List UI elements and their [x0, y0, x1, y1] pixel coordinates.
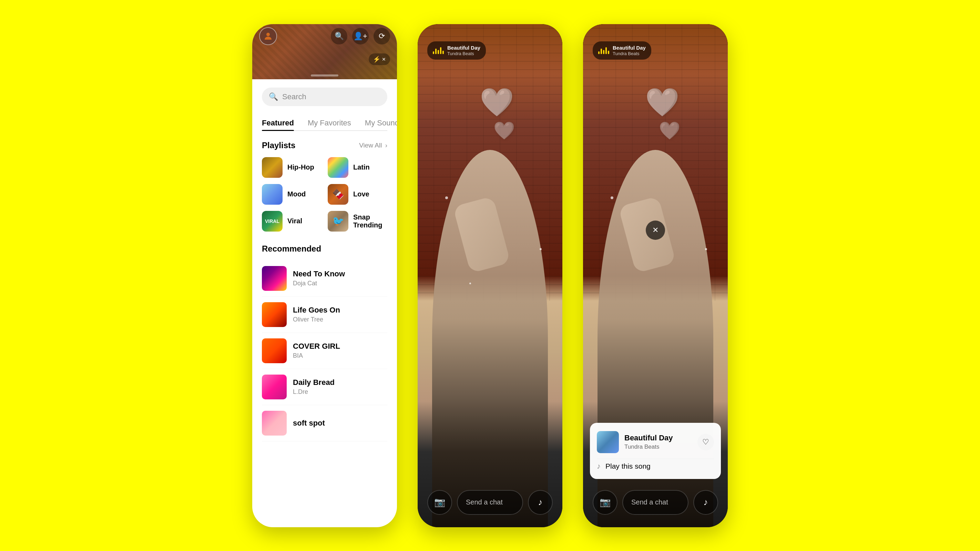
playlist-name-viral: Viral [287, 217, 302, 225]
play-song-label: Play this song [605, 462, 651, 470]
tabs-row: Featured My Favorites My Sounds [262, 116, 387, 131]
tab-my-favorites[interactable]: My Favorites [308, 116, 351, 130]
song-artist-daily-bread: L.Dre [293, 389, 387, 396]
sparkle-5 [705, 248, 707, 250]
music-tag-text: Beautiful Day Tundra Beats [447, 45, 480, 57]
song-detail-panel: Beautiful Day Tundra Beats ♡ ♪ Play this… [590, 423, 721, 479]
song-title-life-goes-on: Life Goes On [293, 306, 387, 315]
recommended-header: Recommended [262, 244, 387, 253]
flash-off-icon: ✕ [382, 57, 386, 62]
playlist-item-latin[interactable]: Latin [328, 157, 387, 178]
song-thumb-life-goes-on [262, 302, 287, 327]
playlist-item-mood[interactable]: Mood [262, 184, 321, 205]
play-song-button[interactable]: ♪ Play this song [597, 459, 714, 471]
camera-flip-btn[interactable]: ⟳ [374, 28, 390, 45]
recommended-section: Recommended Need To Know Doja Cat Life G… [262, 244, 387, 441]
music-search-panel: 🔍 Search Featured My Favorites My Sounds… [252, 79, 397, 441]
playlists-grid: Hip-Hop Latin Mood 🍫 Love VIRAL Viral 🐦 … [262, 157, 387, 232]
playlist-name-snap-trending: Snap Trending [353, 213, 387, 229]
song-title-need-to-know: Need To Know [293, 269, 387, 279]
song-info-need-to-know: Need To Know Doja Cat [293, 269, 387, 287]
playlist-thumb-snap: 🐦 [328, 211, 348, 232]
song-thumb-need-to-know [262, 266, 287, 291]
music-note-icon: ♪ [597, 462, 601, 471]
avatar[interactable] [259, 27, 277, 45]
recommended-title: Recommended [262, 244, 321, 253]
sparkle-3 [469, 283, 471, 284]
phone-music-search: 🔍 👤+ ⟳ ⚡ ✕ 🔍 Search Featured My Favorite… [252, 24, 397, 527]
song-panel-artist: Tundra Beats [624, 443, 673, 451]
playlist-item-snap-trending[interactable]: 🐦 Snap Trending [328, 211, 387, 232]
recommended-list: Need To Know Doja Cat Life Goes On Olive… [262, 261, 387, 441]
music-tag-title: Beautiful Day [447, 45, 480, 51]
close-icon: ✕ [652, 226, 659, 235]
song-item-cover-girl[interactable]: COVER GIRL BIA [262, 333, 387, 369]
playlist-item-hiphop[interactable]: Hip-Hop [262, 157, 321, 178]
chat-placeholder-text: Send a chat [466, 498, 503, 506]
search-icon-btn[interactable]: 🔍 [331, 28, 347, 45]
song-panel-album-art [597, 431, 619, 453]
add-friend-btn[interactable]: 👤+ [352, 28, 369, 45]
song-panel-top: Beautiful Day Tundra Beats ♡ [597, 431, 714, 453]
music-tag-artist-3: Tundra Beats [612, 51, 646, 57]
tab-my-sounds[interactable]: My Sounds [365, 116, 397, 130]
chat-input[interactable]: Send a chat [457, 490, 523, 515]
avatar-icon [263, 31, 273, 41]
bar3-2 [601, 49, 602, 54]
bar-4 [440, 47, 441, 54]
search-input[interactable]: Search [282, 92, 380, 101]
heart-icon: ♡ [702, 438, 709, 447]
song-info-cover-girl: COVER GIRL BIA [293, 342, 387, 360]
music-tag-title-3: Beautiful Day [612, 45, 646, 51]
search-icon: 🔍 [269, 92, 278, 101]
chevron-right-icon: › [385, 142, 387, 149]
top-bar: 🔍 👤+ ⟳ [252, 24, 397, 48]
song-title-daily-bread: Daily Bread [293, 378, 387, 387]
music-tag-text-3: Beautiful Day Tundra Beats [612, 45, 646, 57]
camera-bottom-bar-3: 📷 Send a chat ♪ [593, 490, 718, 515]
song-item-daily-bread[interactable]: Daily Bread L.Dre [262, 369, 387, 405]
bar-5 [442, 51, 444, 54]
bar-3 [438, 50, 439, 54]
camera-shutter-button[interactable]: 📷 [427, 490, 452, 515]
sparkle-4 [611, 196, 613, 199]
playlist-item-viral[interactable]: VIRAL Viral [262, 211, 321, 232]
song-item-life-goes-on[interactable]: Life Goes On Oliver Tree [262, 297, 387, 333]
heart-bubble-3: 🤍 [645, 86, 679, 119]
view-all-button[interactable]: View All › [358, 142, 387, 149]
playlist-thumb-love: 🍫 [328, 184, 348, 205]
playlist-thumb-latin [328, 157, 348, 178]
camera-shutter-button-3[interactable]: 📷 [593, 490, 617, 515]
view-all-label: View All [359, 142, 382, 149]
flash-indicator[interactable]: ⚡ ✕ [369, 53, 390, 65]
camera-fullscreen: 🤍 🤍 [418, 24, 562, 527]
playlist-name-love: Love [353, 190, 369, 198]
playlist-name-mood: Mood [287, 190, 305, 198]
tab-featured[interactable]: Featured [262, 116, 294, 130]
song-item-need-to-know[interactable]: Need To Know Doja Cat [262, 261, 387, 297]
song-item-soft-spot[interactable]: soft spot [262, 405, 387, 441]
heart-bubble-4: 🤍 [659, 121, 680, 140]
chat-input-3[interactable]: Send a chat [622, 490, 689, 515]
music-button[interactable]: ♪ [528, 490, 553, 515]
music-tag-3[interactable]: Beautiful Day Tundra Beats [593, 41, 651, 60]
song-title-cover-girl: COVER GIRL [293, 342, 387, 351]
phone-camera-view: 🤍 🤍 Beautiful Day Tundra Beats 📷 Send a … [418, 24, 562, 527]
song-title-soft-spot: soft spot [293, 419, 387, 428]
heart-bubble-2: 🤍 [493, 121, 515, 140]
bar3-1 [598, 51, 600, 54]
favorite-heart-button[interactable]: ♡ [697, 434, 714, 451]
playlists-header: Playlists View All › [262, 140, 387, 150]
music-button-3[interactable]: ♪ [693, 490, 718, 515]
svg-point-0 [266, 33, 270, 36]
song-panel-info: Beautiful Day Tundra Beats [597, 431, 673, 453]
search-bar[interactable]: 🔍 Search [262, 88, 387, 106]
close-panel-button[interactable]: ✕ [646, 221, 665, 240]
playlist-thumb-hiphop [262, 157, 283, 178]
chat-placeholder-text-3: Send a chat [631, 498, 668, 506]
playlist-item-love[interactable]: 🍫 Love [328, 184, 387, 205]
song-artist-life-goes-on: Oliver Tree [293, 316, 387, 323]
music-tag[interactable]: Beautiful Day Tundra Beats [427, 41, 486, 60]
camera-bottom-bar: 📷 Send a chat ♪ [427, 490, 553, 515]
camera-background: 🤍 🤍 [418, 24, 562, 527]
